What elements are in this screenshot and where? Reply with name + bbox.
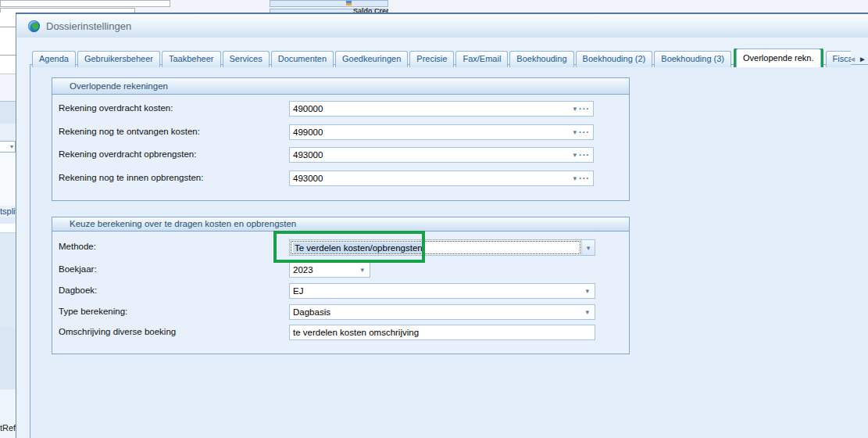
tab-boekhouding-2[interactable]: Boekhouding (2) <box>576 51 653 67</box>
field-label: Rekening overdracht kosten: <box>59 103 173 113</box>
background-band <box>0 224 16 233</box>
background-row <box>0 13 16 27</box>
background-band <box>0 124 16 141</box>
form-row: Rekening overdracht opbrengsten: 493000 … <box>52 147 629 163</box>
dagboek-combobox[interactable]: EJ ▾ <box>289 283 595 299</box>
background-combobox-fragment: ▾ <box>0 141 16 153</box>
selected-value: Dagbasis <box>293 307 582 317</box>
groupbox-title: Overlopende rekeningen <box>52 78 629 95</box>
field-value: 493000 <box>293 174 570 183</box>
form-row: Omschrijving diverse boeking te verdelen… <box>52 325 629 340</box>
tab-boekhouding[interactable]: Boekhouding <box>509 51 573 67</box>
chevron-down-icon[interactable]: ▾ <box>585 308 589 316</box>
rekening-nog-te-ontvangen-kosten-combobox[interactable]: 499000 ▾ ··· <box>289 124 594 140</box>
background-band <box>0 233 16 327</box>
selected-value: Te verdelen kosten/opbrengsten <box>293 242 424 253</box>
field-label: Type berekening: <box>59 307 127 316</box>
field-label: Methode: <box>59 242 96 251</box>
tab-precisie[interactable]: Precisie <box>409 51 454 67</box>
chevron-down-icon[interactable]: ▾ <box>573 151 577 159</box>
form-row: Rekening nog te ontvangen kosten: 499000… <box>52 124 629 140</box>
background-window-edge: ▾ tsplit tRef <box>0 13 16 438</box>
chevron-down-icon[interactable]: ▾ <box>573 128 577 136</box>
tab-agenda[interactable]: Agenda <box>32 51 76 67</box>
ellipsis-lookup-icon[interactable]: ··· <box>579 152 590 158</box>
scroll-left-icon[interactable]: ◄ <box>848 55 856 63</box>
background-band <box>0 217 16 224</box>
form-row: Rekening nog te innen opbrengsten: 49300… <box>52 171 629 186</box>
tab-documenten[interactable]: Documenten <box>271 51 334 67</box>
background-band <box>0 327 16 390</box>
type-berekening-combobox[interactable]: Dagbasis ▾ <box>289 304 595 320</box>
field-value: te verdelen kosten omschrijving <box>293 328 419 337</box>
tab-scroll-buttons: ◄ ► <box>848 52 866 66</box>
background-band <box>0 101 16 124</box>
background-row-fragment <box>0 0 170 7</box>
background-text-fragment: tRef <box>0 422 16 435</box>
tab-fiscaal[interactable]: Fiscaal <box>826 51 851 67</box>
ellipsis-lookup-icon[interactable]: ··· <box>579 106 590 112</box>
rekening-nog-te-innen-opbrengsten-combobox[interactable]: 493000 ▾ ··· <box>289 171 594 186</box>
groupbox-keuze-berekening: Keuze berekening over te dragen kosten e… <box>52 217 630 354</box>
field-label: Dagboek: <box>59 285 97 295</box>
tab-bar: Agenda Gebruikersbeheer Taakbeheer Servi… <box>32 48 851 67</box>
dialog-dossierinstellingen: Dossierinstellingen Agenda Gebruikersbeh… <box>16 13 868 438</box>
tab-services[interactable]: Services <box>223 51 270 67</box>
form-row: Methode: Te verdelen kosten/opbrengsten … <box>52 239 629 256</box>
field-label: Rekening nog te ontvangen kosten: <box>59 127 200 136</box>
combobox-edit-area[interactable]: Te verdelen kosten/opbrengsten <box>291 241 580 254</box>
ellipsis-lookup-icon[interactable]: ··· <box>579 129 590 135</box>
scroll-right-icon[interactable]: ► <box>859 55 866 63</box>
tab-boekhouding-3[interactable]: Boekhouding (3) <box>654 51 731 67</box>
field-label: Omschrijving diverse boeking <box>59 327 176 336</box>
field-label: Rekening nog te innen opbrengsten: <box>59 173 203 182</box>
rekening-overdracht-kosten-combobox[interactable]: 490000 ▾ ··· <box>289 101 594 117</box>
tab-taakbeheer[interactable]: Taakbeheer <box>162 51 221 67</box>
methode-combobox[interactable]: Te verdelen kosten/opbrengsten ▾ <box>289 239 595 256</box>
tab-goedkeuringen[interactable]: Goedkeuringen <box>335 51 408 67</box>
chevron-down-icon[interactable]: ▾ <box>360 266 364 274</box>
form-row: Boekjaar: 2023 ▾ <box>52 262 629 278</box>
rekening-overdracht-opbrengsten-combobox[interactable]: 493000 ▾ ··· <box>289 147 594 163</box>
groupbox-overlopende-rekeningen: Overlopende rekeningen Rekening overdrac… <box>52 77 630 201</box>
chevron-down-icon: ▾ <box>587 244 591 252</box>
boekjaar-combobox[interactable]: 2023 ▾ <box>289 262 370 278</box>
groupbox-title: Keuze berekening over te dragen kosten e… <box>52 217 629 232</box>
dialog-title: Dossierinstellingen <box>46 20 131 32</box>
chevron-down-icon[interactable]: ▾ <box>573 174 577 182</box>
form-row: Rekening overdracht kosten: 490000 ▾ ··· <box>52 101 629 117</box>
app-logo-icon <box>28 20 40 32</box>
field-value: 499000 <box>293 127 570 137</box>
chevron-down-icon: ▾ <box>10 143 13 150</box>
background-row <box>0 27 16 56</box>
background-row <box>0 56 16 74</box>
background-band <box>0 153 16 206</box>
tab-fax-email[interactable]: Fax/Email <box>455 51 508 67</box>
background-band <box>0 74 16 101</box>
field-value: 490000 <box>293 104 570 113</box>
field-label: Boekjaar: <box>59 264 97 274</box>
combobox-dropdown-button[interactable]: ▾ <box>581 240 595 255</box>
chevron-down-icon[interactable]: ▾ <box>573 105 577 113</box>
background-text-fragment: tsplit <box>0 206 16 217</box>
selected-value: 2023 <box>293 265 357 275</box>
field-label: Rekening overdracht opbrengsten: <box>59 149 196 159</box>
tab-gebruikersbeheer[interactable]: Gebruikersbeheer <box>77 51 160 67</box>
omschrijving-diverse-boeking-input[interactable]: te verdelen kosten omschrijving <box>289 325 595 340</box>
mini-app-icon <box>346 1 352 5</box>
ellipsis-lookup-icon[interactable]: ··· <box>579 175 590 181</box>
dialog-titlebar[interactable]: Dossierinstellingen <box>17 14 868 38</box>
tab-overlopende-rekn[interactable]: Overlopende rekn. <box>736 48 821 67</box>
screen: Saldo Credit ▾ tsplit tRef Dossierinstel… <box>0 0 868 438</box>
field-value: 493000 <box>293 150 570 160</box>
background-toolbar-fragment <box>270 0 388 7</box>
form-row: Dagboek: EJ ▾ <box>52 283 629 299</box>
background-text-fragment: Saldo Credit <box>353 7 388 13</box>
selected-value: EJ <box>293 286 582 296</box>
form-row: Type berekening: Dagbasis ▾ <box>52 304 629 320</box>
chevron-down-icon[interactable]: ▾ <box>585 287 589 295</box>
background-band <box>0 390 16 422</box>
